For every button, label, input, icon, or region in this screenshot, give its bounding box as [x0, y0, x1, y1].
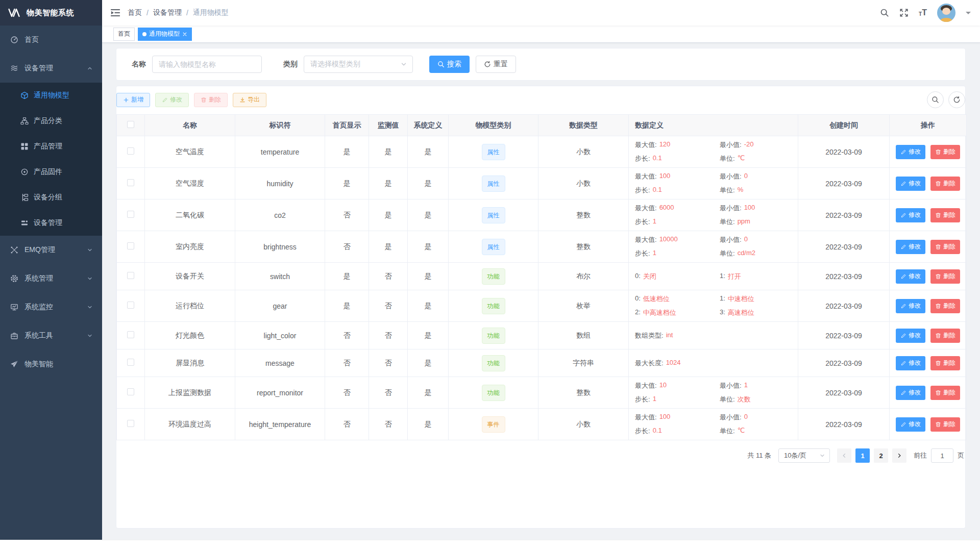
tag-home[interactable]: 首页: [113, 28, 135, 41]
delete-button[interactable]: 删除: [930, 299, 960, 313]
edit-button[interactable]: 修改: [896, 386, 925, 400]
search-icon[interactable]: [880, 8, 889, 17]
table-row: 环境温度过高 height_temperature 否 否 是 事件 小数 最大…: [117, 409, 967, 440]
toggle-search-button[interactable]: [927, 91, 944, 108]
sidebar-item-wumei-smart[interactable]: 物美智能: [0, 350, 102, 379]
sidebar-item-system-monitor[interactable]: 系统监控: [0, 293, 102, 321]
horizontal-scrollbar-track[interactable]: [0, 540, 980, 551]
row-checkbox[interactable]: [127, 420, 134, 427]
trash-icon: [935, 212, 941, 218]
delete-button[interactable]: 删除: [930, 329, 960, 343]
cell-home-display: 否: [325, 231, 369, 263]
model-name-input[interactable]: [152, 56, 262, 73]
reset-button[interactable]: 重置: [476, 56, 516, 73]
edit-button[interactable]: 修改: [896, 299, 925, 313]
edit-button[interactable]: 修改: [896, 329, 925, 343]
sidebar-item-product-firmware[interactable]: 产品固件: [0, 159, 102, 185]
breadcrumb-home[interactable]: 首页: [128, 8, 142, 17]
sidebar-item-device-group[interactable]: 设备分组: [0, 185, 102, 210]
page-button-2[interactable]: 2: [874, 448, 888, 463]
sidebar-item-system-tools[interactable]: 系统工具: [0, 321, 102, 350]
breadcrumb: 首页 / 设备管理 / 通用物模型: [128, 8, 229, 17]
goto-page-input[interactable]: [931, 448, 953, 463]
search-button[interactable]: 搜索: [429, 56, 470, 73]
cell-data-definition: 0:低速档位 1:中速档位 2:中高速档位 3:高速档位: [629, 290, 798, 322]
delete-button[interactable]: 删除: [930, 356, 960, 370]
content-area: 名称 类别 请选择模型类别 搜索 重置: [102, 43, 980, 540]
chevron-right-icon: [896, 453, 902, 459]
edit-button[interactable]: 修改: [896, 269, 925, 284]
column-header: 操作: [890, 115, 967, 136]
breadcrumb-device-management[interactable]: 设备管理: [153, 8, 182, 17]
edit-button[interactable]: 修改: [896, 177, 925, 191]
next-page-button[interactable]: [892, 448, 906, 463]
sidebar-item-thing-model[interactable]: 通用物模型: [0, 83, 102, 108]
breadcrumb-current: 通用物模型: [193, 8, 229, 17]
row-checkbox[interactable]: [127, 302, 134, 309]
delete-button[interactable]: 删除: [930, 417, 960, 432]
edit-button[interactable]: 修改: [896, 240, 925, 254]
row-checkbox[interactable]: [127, 242, 134, 249]
trash-icon: [935, 244, 941, 250]
delete-button[interactable]: 删除: [930, 386, 960, 400]
page-size-select[interactable]: 10条/页: [778, 448, 830, 463]
tag-thing-model[interactable]: 通用物模型: [138, 28, 192, 41]
cell-data-type: 数组: [538, 322, 629, 349]
row-checkbox[interactable]: [127, 147, 134, 155]
goto-unit: 页: [958, 451, 964, 460]
cell-monitor: 是: [369, 136, 408, 168]
table-row: 灯光颜色 light_color 否 否 是 功能 数组 数组类型:int 20…: [117, 322, 967, 349]
fullscreen-icon[interactable]: [899, 8, 909, 17]
refresh-button[interactable]: [948, 91, 965, 108]
cell-identifier: height_temperature: [235, 409, 325, 440]
chevron-down-icon: [87, 247, 93, 253]
delete-button[interactable]: 删除: [194, 93, 228, 107]
select-all-checkbox[interactable]: [127, 121, 134, 128]
row-checkbox[interactable]: [127, 359, 134, 366]
edit-button[interactable]: 修改: [896, 208, 925, 222]
cell-identifier: report_monitor: [235, 377, 325, 409]
row-checkbox[interactable]: [127, 179, 134, 186]
edit-button[interactable]: 修改: [896, 417, 925, 432]
row-checkbox[interactable]: [127, 211, 134, 218]
edit-button[interactable]: 修改: [155, 93, 189, 107]
chevron-down-icon: [87, 333, 93, 339]
edit-icon: [900, 333, 906, 339]
delete-button[interactable]: 删除: [930, 177, 960, 191]
edit-icon: [900, 149, 906, 155]
category-select[interactable]: 请选择模型类别: [304, 56, 413, 73]
prev-page-button[interactable]: [837, 448, 851, 463]
page-button-1[interactable]: 1: [855, 448, 870, 463]
delete-button[interactable]: 删除: [930, 145, 960, 159]
cell-name: 室内亮度: [145, 231, 235, 263]
table-row: 空气温度 temperature 是 是 是 属性 小数 最大值:120 最小值…: [117, 136, 967, 168]
cell-created-time: 2022-03-09: [798, 322, 890, 349]
row-checkbox[interactable]: [127, 331, 134, 338]
export-button[interactable]: 导出: [233, 93, 266, 107]
row-checkbox[interactable]: [127, 272, 134, 279]
cell-created-time: 2022-03-09: [798, 409, 890, 440]
chevron-down-icon: [87, 276, 93, 282]
cell-created-time: 2022-03-09: [798, 290, 890, 322]
delete-button[interactable]: 删除: [930, 240, 960, 254]
add-button[interactable]: 新增: [116, 93, 150, 107]
sidebar-item-product-category[interactable]: 产品分类: [0, 108, 102, 134]
edit-button[interactable]: 修改: [896, 356, 925, 370]
thing-model-table: 名称 标识符 首页显示 监测值 系统定义 物模型类别 数据类型 数据定义 创建时…: [116, 114, 967, 440]
edit-button[interactable]: 修改: [896, 145, 925, 159]
delete-button[interactable]: 删除: [930, 269, 960, 284]
close-icon[interactable]: [182, 32, 187, 37]
sidebar-item-device-list[interactable]: 设备管理: [0, 210, 102, 236]
sidebar-item-home[interactable]: 首页: [0, 26, 102, 54]
font-size-icon[interactable]: TT: [919, 9, 927, 17]
cell-data-type: 整数: [538, 199, 629, 231]
sidebar-item-product-management[interactable]: 产品管理: [0, 134, 102, 159]
sidebar-fold-icon[interactable]: [110, 8, 120, 18]
sidebar-item-system-management[interactable]: 系统管理: [0, 264, 102, 293]
sidebar-item-device-management[interactable]: 设备管理: [0, 54, 102, 83]
sidebar-item-emq-management[interactable]: EMQ管理: [0, 236, 102, 264]
row-checkbox[interactable]: [127, 388, 134, 395]
avatar[interactable]: [937, 4, 955, 22]
caret-down-icon[interactable]: [966, 12, 971, 17]
delete-button[interactable]: 删除: [930, 208, 960, 222]
